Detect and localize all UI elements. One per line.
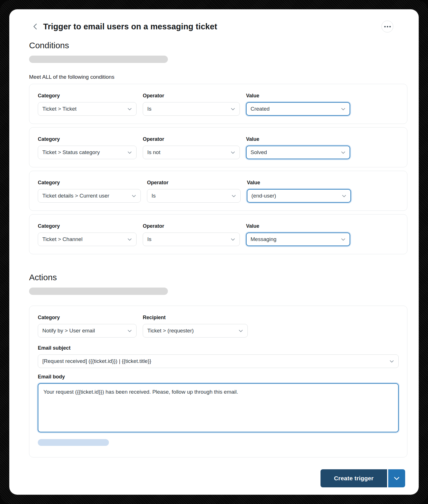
kebab-menu-icon [384, 26, 386, 27]
chevron-down-icon [238, 328, 243, 334]
select-value: Messaging [251, 236, 276, 242]
chevron-down-icon [341, 237, 346, 242]
email-subject-input[interactable]: [Request received] ({{ticket.id}}) | {{t… [38, 354, 399, 368]
back-button[interactable] [31, 22, 39, 31]
create-trigger-button[interactable]: Create trigger [321, 469, 387, 487]
condition-1-value-select[interactable]: Created [246, 102, 350, 116]
page-title: Trigger to email users on a messaging ti… [43, 22, 217, 31]
condition-4-value-select[interactable]: Messaging [246, 233, 350, 246]
select-value: Ticket > Ticket [42, 106, 76, 112]
condition-4-operator-select[interactable]: Is [143, 233, 240, 246]
actions-heading: Actions [29, 272, 407, 282]
category-label: Category [38, 136, 137, 142]
more-options-button[interactable] [381, 21, 393, 32]
condition-card-3: Category Ticket details > Current user O… [29, 171, 407, 211]
value-label: Value [246, 136, 350, 142]
select-value: Ticket > (requester) [147, 328, 194, 334]
condition-card-1: Category Ticket > Ticket Operator Is Val… [29, 84, 407, 124]
category-label: Category [38, 179, 141, 186]
action-category-label: Category [38, 314, 137, 321]
trigger-editor-page: Trigger to email users on a messaging ti… [9, 9, 419, 495]
condition-cards: Category Ticket > Ticket Operator Is Val… [29, 84, 407, 254]
select-value: Solved [251, 149, 267, 155]
conditions-heading: Conditions [29, 40, 407, 51]
condition-2-operator-select[interactable]: Is not [143, 146, 240, 159]
value-label: Value [247, 179, 351, 186]
chevron-down-icon [230, 150, 236, 155]
operator-label: Operator [143, 136, 240, 142]
email-body-skeleton-bar [38, 439, 109, 446]
chevron-down-icon [127, 328, 132, 334]
condition-4-category-select[interactable]: Ticket > Channel [38, 233, 137, 246]
condition-card-4: Category Ticket > Channel Operator Is Va… [29, 214, 407, 254]
chevron-down-icon [341, 150, 346, 155]
condition-2-value-select[interactable]: Solved [246, 146, 350, 159]
chevron-down-icon [389, 359, 394, 364]
select-value: Ticket > Channel [42, 236, 82, 242]
email-subject-value: [Request received] ({{ticket.id}}) | {{t… [42, 358, 151, 364]
create-trigger-split-button[interactable] [388, 469, 405, 487]
meet-all-label: Meet ALL of the following conditions [29, 74, 407, 80]
select-value: Is [147, 106, 152, 112]
chevron-down-icon [230, 106, 236, 112]
recipient-select[interactable]: Ticket > (requester) [143, 324, 248, 338]
chevron-left-icon [32, 23, 38, 30]
page-header: Trigger to email users on a messaging ti… [29, 21, 407, 32]
select-value: Ticket details > Current user [42, 193, 109, 199]
select-value: (end-user) [251, 193, 276, 199]
chevron-down-icon [231, 193, 236, 199]
condition-2-category-select[interactable]: Ticket > Status category [38, 146, 137, 159]
email-body-textarea[interactable]: Your request ({{ticket.id}}) has been re… [38, 383, 399, 432]
condition-3-operator-select[interactable]: Is [147, 189, 241, 203]
action-card: Category Notify by > User email Recipien… [29, 306, 407, 457]
select-value: Is not [147, 149, 160, 155]
select-value: Ticket > Status category [42, 149, 100, 155]
condition-card-2: Category Ticket > Status category Operat… [29, 127, 407, 167]
chevron-down-icon [230, 237, 236, 242]
actions-skeleton-bar [29, 288, 168, 295]
chevron-down-icon [127, 237, 132, 242]
conditions-skeleton-bar [29, 56, 168, 63]
condition-1-operator-select[interactable]: Is [143, 102, 240, 116]
select-value: Notify by > User email [42, 328, 95, 334]
email-body-label: Email body [38, 374, 399, 380]
category-label: Category [38, 93, 137, 99]
chevron-down-icon [131, 193, 137, 199]
chevron-down-icon [341, 106, 346, 112]
email-subject-label: Email subject [38, 345, 399, 351]
footer-actions: Create trigger [29, 469, 407, 487]
value-label: Value [246, 93, 350, 99]
operator-label: Operator [143, 93, 240, 99]
chevron-down-icon [341, 193, 347, 199]
chevron-down-icon [393, 475, 400, 482]
operator-label: Operator [143, 223, 240, 229]
condition-3-value-select[interactable]: (end-user) [247, 189, 351, 203]
operator-label: Operator [147, 179, 241, 186]
chevron-down-icon [127, 106, 132, 112]
condition-3-category-select[interactable]: Ticket details > Current user [38, 189, 141, 203]
category-label: Category [38, 223, 137, 229]
recipient-label: Recipient [143, 314, 248, 321]
select-value: Is [152, 193, 156, 199]
select-value: Created [251, 106, 270, 112]
select-value: Is [147, 236, 152, 242]
chevron-down-icon [127, 150, 132, 155]
action-category-select[interactable]: Notify by > User email [38, 324, 137, 338]
condition-1-category-select[interactable]: Ticket > Ticket [38, 102, 137, 116]
value-label: Value [246, 223, 350, 229]
